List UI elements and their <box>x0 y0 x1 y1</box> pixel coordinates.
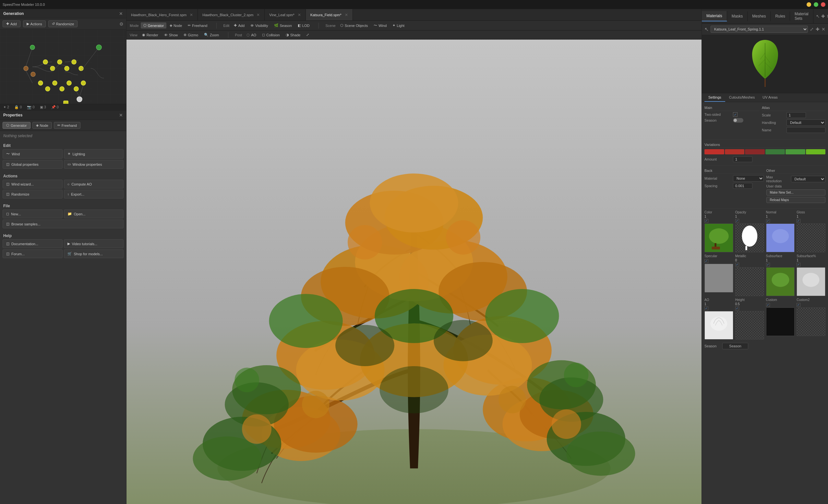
masks-tab[interactable]: Masks <box>727 11 748 21</box>
open-file-item[interactable]: 📁 Open... <box>64 210 124 218</box>
tex-height-thumb[interactable] <box>735 311 764 340</box>
collision-button[interactable]: ◻ Collision <box>259 32 283 38</box>
lighting-item[interactable]: ☀ Lighting <box>64 149 124 159</box>
tex-subpct-checkbox[interactable] <box>796 263 800 266</box>
var-bar-4[interactable] <box>786 149 805 154</box>
var-bar-1[interactable] <box>725 149 745 154</box>
tab-close-2[interactable]: ✕ <box>298 13 301 17</box>
viewport[interactable] <box>126 40 702 504</box>
window-properties-item[interactable]: ▭ Window properties <box>64 160 124 169</box>
var-bar-5[interactable] <box>806 149 826 154</box>
material-dropdown[interactable]: Katsura_Leaf_Front_Spring.1.1 <box>711 26 808 33</box>
tab-close-0[interactable]: ✕ <box>190 13 193 17</box>
gizmo-button[interactable]: ⊕ Gizmo <box>181 32 201 38</box>
tab-1[interactable]: Hawthorn_Black_Cluster_2.spm ✕ <box>198 9 265 20</box>
var-bar-0[interactable] <box>704 149 724 154</box>
add-button[interactable]: ✚ Add <box>3 20 20 27</box>
minimize-button[interactable] <box>806 2 811 7</box>
tex-subpct-thumb[interactable] <box>796 267 825 296</box>
tex-custom-thumb[interactable] <box>766 307 795 336</box>
settings-button[interactable]: ⚙ <box>119 22 124 27</box>
material-expand-button[interactable]: ⤢ <box>810 27 814 32</box>
ao-button[interactable]: ◌ AO <box>244 32 259 38</box>
properties-close-button[interactable]: ✕ <box>119 113 123 118</box>
browse-samples-item[interactable]: ◫ Browse samples... <box>3 219 124 228</box>
tex-custom2-checkbox[interactable] <box>796 303 800 307</box>
render-button[interactable]: ◉ Render <box>139 32 161 38</box>
tex-metallic-thumb[interactable] <box>735 267 764 296</box>
shade-button[interactable]: ◑ Shade <box>283 32 303 38</box>
tab-close-3[interactable]: ✕ <box>345 13 348 17</box>
randomize-item[interactable]: ◫ Randomize <box>3 190 63 199</box>
materials-tab[interactable]: Materials <box>702 11 727 22</box>
add-material-button[interactable]: ✚ <box>821 14 825 19</box>
season-toggle[interactable] <box>733 118 743 123</box>
tex-specular-thumb[interactable] <box>704 264 733 293</box>
generator-tool-button[interactable]: ⬡ Generator <box>141 23 167 29</box>
wind-wizard-item[interactable]: ◫ Wind wizard... <box>3 180 63 188</box>
randomize-button[interactable]: ↺ Randomize <box>48 20 78 27</box>
zoom-button[interactable]: 🔍 Zoom <box>201 32 221 38</box>
tex-opacity-thumb[interactable] <box>735 223 764 252</box>
spacing-input[interactable] <box>733 183 752 189</box>
show-button[interactable]: 👁 Show <box>162 32 181 38</box>
tex-specular-checkbox[interactable] <box>704 259 708 263</box>
node-graph-area[interactable] <box>0 30 126 104</box>
maximize-button[interactable] <box>814 2 818 7</box>
tab-close-1[interactable]: ✕ <box>256 13 260 17</box>
tex-color-checkbox[interactable] <box>704 219 708 223</box>
visibility-button[interactable]: 👁 Visibility <box>248 23 271 29</box>
tex-custom-checkbox[interactable] <box>766 303 770 307</box>
tex-ao-thumb[interactable] <box>704 311 733 340</box>
max-res-select[interactable]: Default <box>791 176 826 182</box>
tex-subsurface-checkbox[interactable] <box>766 263 770 266</box>
amount-input[interactable] <box>733 156 752 162</box>
forum-item[interactable]: ◫ Forum... <box>3 249 63 258</box>
tex-opacity-checkbox[interactable] <box>735 219 739 223</box>
var-bar-3[interactable] <box>765 149 785 154</box>
wind-item[interactable]: 〜 Wind <box>3 149 63 159</box>
tex-normal-thumb[interactable] <box>766 223 795 252</box>
close-button[interactable] <box>821 2 825 7</box>
generator-mode-button[interactable]: ⬡ Generator <box>3 122 31 129</box>
wind-toolbar-button[interactable]: 〜 Wind <box>371 22 389 29</box>
tex-color-thumb[interactable] <box>704 223 733 252</box>
tex-gloss-checkbox[interactable] <box>796 219 800 223</box>
compute-ao-item[interactable]: ○ Compute AO <box>64 180 124 188</box>
cursor-button[interactable]: ↖ <box>816 14 820 19</box>
video-tutorials-item[interactable]: ▶ Video tutorials... <box>64 239 124 248</box>
material-close-button[interactable]: ✕ <box>822 27 825 32</box>
tex-gloss-thumb[interactable] <box>796 223 825 252</box>
tex-height-checkbox[interactable] <box>735 306 739 310</box>
documentation-item[interactable]: ◫ Documentation... <box>3 239 63 248</box>
lod-button[interactable]: ◧ LOD <box>295 23 312 29</box>
scene-objects-button[interactable]: ⬡ Scene Objects <box>338 23 371 29</box>
freehand-mode-button[interactable]: ✏ Freehand <box>54 122 80 129</box>
uv-areas-sub-tab[interactable]: UV Areas <box>758 93 781 102</box>
node-tool-button[interactable]: ◈ Node <box>167 23 184 29</box>
tab-0[interactable]: Hawthorn_Black_Hero_Forest.spm ✕ <box>126 9 198 20</box>
material-sets-tab[interactable]: Material Sets <box>790 9 814 23</box>
global-properties-item[interactable]: ◫ Global properties <box>3 160 63 169</box>
season-toolbar-button[interactable]: 🌿 Season <box>272 23 294 29</box>
add-tool-button[interactable]: ✚ Add <box>231 23 247 29</box>
handling-select[interactable]: Default <box>786 119 825 126</box>
export-item[interactable]: ↑ Export... <box>64 190 124 199</box>
season-toggle-track[interactable] <box>733 118 743 123</box>
light-button[interactable]: ✦ Light <box>390 23 407 29</box>
meshes-tab[interactable]: Meshes <box>748 11 771 21</box>
tex-ao-checkbox[interactable] <box>704 306 708 310</box>
back-material-select[interactable]: None <box>733 175 764 182</box>
var-bar-2[interactable] <box>745 149 765 154</box>
cutouts-sub-tab[interactable]: Cutouts/Meshes <box>725 93 758 102</box>
make-new-set-button[interactable]: Make New Set... <box>767 190 826 196</box>
two-sided-checkbox[interactable] <box>733 112 738 117</box>
tex-custom2-thumb[interactable] <box>796 307 825 336</box>
freehand-tool-button[interactable]: ✏ Freehand <box>185 23 210 29</box>
rules-tab[interactable]: Rules <box>771 11 790 21</box>
scale-input[interactable] <box>786 112 806 118</box>
generation-close-button[interactable]: ✕ <box>119 11 123 16</box>
rp-close-button[interactable]: ✕ <box>826 14 828 19</box>
expand-viewport-button[interactable]: ⤢ <box>303 32 312 38</box>
settings-sub-tab[interactable]: Settings <box>704 93 725 102</box>
